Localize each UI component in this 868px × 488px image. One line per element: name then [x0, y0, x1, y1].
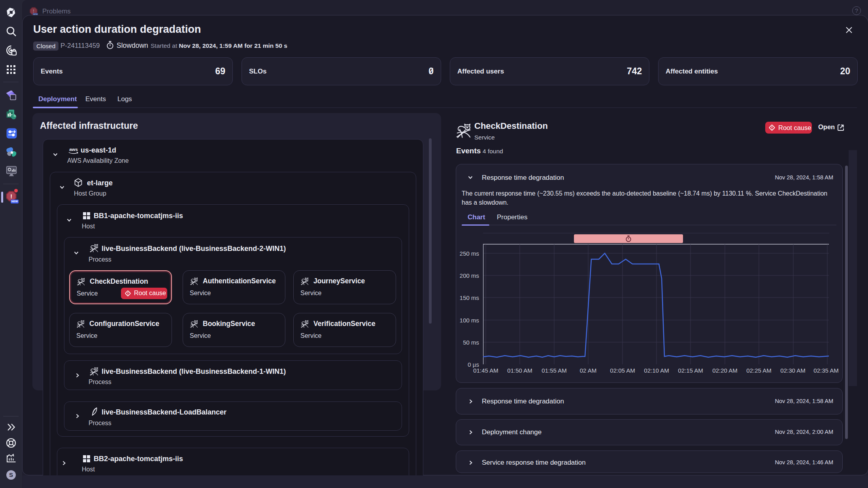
svg-text:aws: aws — [69, 147, 78, 152]
